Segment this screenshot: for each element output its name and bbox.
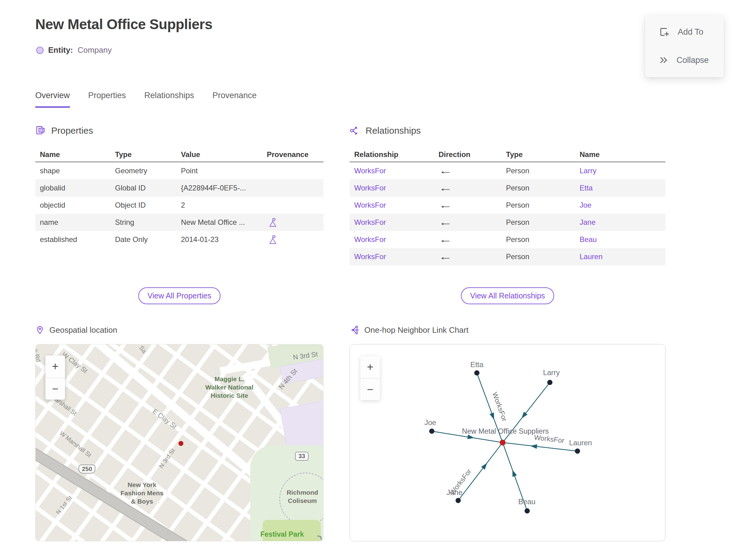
left-arrow: ← [439, 166, 452, 175]
table-row: name String New Metal Office ... [35, 214, 324, 231]
table-row: WorksFor ← Person Etta [350, 179, 665, 197]
property-type: String [110, 218, 176, 227]
map-zoom-control: + − [45, 355, 65, 400]
related-entity-link[interactable]: Beau [575, 235, 665, 244]
related-entity-link[interactable]: Larry [575, 167, 665, 175]
graph-node-larry[interactable] [547, 380, 553, 385]
property-type: Global ID [110, 184, 176, 192]
column-header-value: Value [176, 150, 262, 159]
property-value: Point [176, 167, 262, 175]
entity-details-page: New Metal Office Suppliers Entity: Compa… [0, 0, 736, 560]
relationship-type: Person [501, 252, 575, 261]
relationship-link[interactable]: WorksFor [350, 201, 434, 209]
column-header-name: Name [35, 150, 110, 159]
page-title: New Metal Office Suppliers [35, 16, 212, 33]
relationship-type: Person [501, 218, 575, 227]
entity-type-value: Company [78, 45, 112, 55]
map-canvas[interactable]: k Rd W Clay St Sa arshall St W Marshall … [35, 344, 324, 541]
relationship-link[interactable]: WorksFor [350, 218, 434, 227]
node-label: Etta [470, 360, 484, 369]
relationships-icon [350, 125, 360, 136]
collapse-label: Collapse [677, 56, 709, 65]
zoom-out-button[interactable]: − [45, 378, 65, 400]
entity-type-icon [36, 47, 44, 54]
zoom-in-button[interactable]: + [360, 356, 380, 378]
graph-node-center[interactable] [500, 440, 506, 446]
graph-node-jane[interactable] [456, 498, 461, 503]
relationship-link[interactable]: WorksFor [350, 252, 434, 261]
node-label: Joe [424, 418, 436, 427]
properties-icon [35, 125, 46, 136]
edge-label: WorksFor [534, 433, 565, 445]
left-arrow: ← [439, 252, 452, 261]
add-to-button[interactable]: Add To [659, 26, 718, 37]
tab-overview[interactable]: Overview [35, 91, 70, 108]
place-label-coliseum: Richmond Coliseum [269, 489, 324, 505]
node-label: Larry [543, 368, 560, 377]
property-value: 2 [176, 201, 262, 209]
relationship-type: Person [501, 201, 575, 209]
table-row: WorksFor ← Person Joe [350, 197, 665, 214]
relationship-link[interactable]: WorksFor [350, 167, 434, 175]
properties-section-title: Properties [51, 125, 93, 136]
collapse-button[interactable]: Collapse [659, 55, 718, 65]
link-chart-icon [350, 325, 359, 335]
provenance-icon[interactable] [269, 235, 277, 244]
route-shield-33: 33 [295, 452, 309, 461]
left-arrow: ← [439, 183, 452, 193]
provenance-icon[interactable] [269, 218, 277, 227]
node-label: Beau [518, 497, 535, 506]
property-name: objectid [35, 201, 110, 209]
double-chevron-right-icon [659, 55, 669, 65]
related-entity-link[interactable]: Lauren [575, 252, 665, 261]
property-type: Geometry [110, 167, 176, 175]
related-entity-link[interactable]: Etta [575, 184, 665, 192]
left-arrow: ← [439, 201, 452, 210]
add-to-label: Add To [678, 27, 703, 37]
zoom-out-button[interactable]: − [360, 378, 380, 400]
tab-properties[interactable]: Properties [88, 91, 126, 108]
view-all-relationships-button[interactable]: View All Relationships [461, 287, 554, 304]
tab-provenance[interactable]: Provenance [213, 91, 257, 108]
place-label-historic-site: Maggie L. Walker National Historic Site [190, 375, 269, 400]
relationships-table: Relationship Direction Type Name WorksFo… [350, 148, 665, 265]
graph-node-etta[interactable] [474, 370, 480, 376]
table-row: shape Geometry Point [35, 162, 324, 179]
zoom-in-button[interactable]: + [45, 355, 65, 378]
related-entity-link[interactable]: Joe [575, 201, 665, 209]
property-name: shape [35, 167, 110, 175]
entity-label: Entity: [48, 45, 73, 55]
graph-node-joe[interactable] [429, 429, 435, 434]
relationships-header-row: Relationship Direction Type Name [350, 148, 665, 162]
link-chart-section-title: One-hop Neighbor Link Chart [364, 325, 469, 335]
link-chart-canvas[interactable]: Etta Larry Joe Lauren Jane Beau New Meta… [350, 344, 665, 541]
related-entity-link[interactable]: Jane [575, 218, 665, 227]
column-header-relationship: Relationship [350, 150, 434, 159]
node-label: Lauren [569, 439, 592, 447]
properties-column: Properties Name Type Value Provenance sh… [35, 124, 324, 541]
table-row: globalid Global ID {A228944F-0EF5-... [35, 179, 324, 197]
graph-node-beau[interactable] [525, 508, 530, 514]
property-value: 2014-01-23 [176, 235, 262, 244]
column-header-direction: Direction [434, 150, 501, 159]
property-value: {A228944F-0EF5-... [176, 184, 262, 192]
view-all-properties-button[interactable]: View All Properties [138, 287, 220, 304]
actions-panel: Add To Collapse [645, 15, 724, 77]
relationship-link[interactable]: WorksFor [350, 235, 434, 244]
table-row: WorksFor ← Person Jane [350, 214, 665, 231]
tab-relationships[interactable]: Relationships [144, 91, 194, 108]
relationship-link[interactable]: WorksFor [350, 184, 434, 192]
place-label-festival-park: Festival Park [260, 530, 304, 539]
tab-bar: Overview Properties Relationships Proven… [35, 91, 257, 108]
property-name: established [35, 235, 110, 244]
table-row: WorksFor ← Person Larry [350, 162, 665, 179]
chart-zoom-control: + − [360, 356, 380, 400]
entity-location-marker[interactable] [178, 441, 183, 446]
relationships-column: Relationships Relationship Direction Typ… [350, 124, 665, 541]
property-name: globalid [35, 184, 110, 192]
graph-node-lauren[interactable] [575, 449, 580, 454]
map-pin-icon [35, 325, 44, 335]
table-row: WorksFor ← Person Beau [350, 231, 665, 248]
geospatial-section-title: Geospatial location [49, 325, 117, 335]
property-type: Object ID [110, 201, 176, 209]
